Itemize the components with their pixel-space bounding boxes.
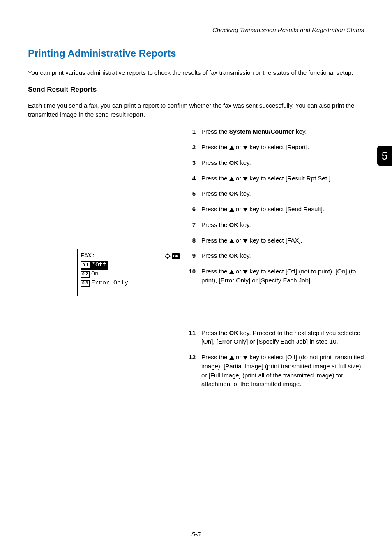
lcd-title: FAX: [81,252,164,261]
triangle-up-icon [229,270,234,274]
triangle-down-icon [243,239,248,243]
step-number: 2 [184,143,196,152]
lcd-row-num: 0 2 [81,271,90,278]
triangle-up-icon [229,177,234,181]
step-number: 5 [184,189,196,198]
chapter-badge: 5 [377,146,392,166]
step-number: 7 [184,220,196,229]
lcd-row-num: 0 3 [81,280,90,287]
step-text: Press the or key to select [Off] (do not… [201,353,364,388]
step-9: 9 Press the OK key. [184,251,364,260]
lcd-row-num: 0 1 [81,262,90,268]
lcd-display: FAX: OK 0 1 *Off 0 2 [77,249,183,296]
header-title: Checking Transmission Results and Regist… [212,26,364,33]
step-5: 5 Press the OK key. [184,189,364,198]
triangle-down-icon [243,146,248,150]
step-8: 8 Press the or key to select [FAX]. [184,236,364,245]
section-heading: Printing Administrative Reports [28,48,364,59]
step-text: Press the OK key. [201,189,364,198]
step-number: 3 [184,158,196,167]
svg-marker-1 [166,257,169,259]
nav-arrows-icon [164,253,171,259]
triangle-up-icon [229,239,234,243]
triangle-down-icon [243,270,248,274]
step-number: 1 [184,127,196,136]
step-6: 6 Press the or key to select [Send Resul… [184,205,364,214]
step-text: Press the or key to select [Off] (not to… [201,267,364,285]
lcd-row-selected: 0 1 *Off [81,261,108,270]
lcd-row-text: Error Only [91,279,128,288]
triangle-up-icon [229,146,234,150]
ok-icon: OK [172,253,180,259]
step-text: Press the or key to select [FAX]. [201,236,364,245]
step-3: 3 Press the OK key. [184,158,364,167]
step-text: Press the OK key. Proceed to the next st… [201,328,364,347]
step-2: 2 Press the or key to select [Report]. [184,143,364,152]
step-number: 9 [184,251,196,260]
svg-marker-2 [165,255,166,257]
subsection-heading: Send Result Reports [28,86,364,94]
triangle-down-icon [243,208,248,212]
page-number: 5-5 [191,531,201,538]
chapter-number: 5 [382,150,387,162]
step-10: 10 Press the or key to select [Off] (not… [184,267,364,285]
page-header: Checking Transmission Results and Regist… [28,26,364,33]
step-12: 12 Press the or key to select [Off] (do … [184,353,364,388]
steps-list: 1 Press the System Menu/Counter key. 2 P… [184,127,364,388]
triangle-up-icon [229,356,234,360]
page-footer: 5-5 [0,531,392,538]
step-11: 11 Press the OK key. Proceed to the next… [184,328,364,347]
step-text: Press the or key to select [Result Rpt S… [201,174,364,183]
subsection-intro: Each time you send a fax, you can print … [28,101,364,119]
svg-marker-3 [169,255,171,257]
header-rule [28,36,364,36]
step-number: 10 [184,267,196,285]
triangle-down-icon [243,177,248,181]
triangle-up-icon [229,208,234,212]
lcd-row-text: *Off [92,261,106,270]
step-number: 8 [184,236,196,245]
triangle-down-icon [243,356,248,360]
step-text: Press the or key to select [Report]. [201,143,364,152]
step-text: Press the or key to select [Send Result]… [201,205,364,214]
step-text: Press the System Menu/Counter key. [201,127,364,136]
intro-paragraph: You can print various administrative rep… [28,68,364,77]
lcd-status-icons: OK [164,253,180,259]
svg-marker-0 [166,253,169,255]
step-number: 11 [184,328,196,347]
step-1: 1 Press the System Menu/Counter key. [184,127,364,136]
step-number: 4 [184,174,196,183]
step-7: 7 Press the OK key. [184,220,364,229]
lcd-row-text: On [91,270,99,279]
step-number: 6 [184,205,196,214]
step-text: Press the OK key. [201,251,364,260]
step-text: Press the OK key. [201,220,364,229]
step-text: Press the OK key. [201,158,364,167]
step-4: 4 Press the or key to select [Result Rpt… [184,174,364,183]
step-number: 12 [184,353,196,388]
